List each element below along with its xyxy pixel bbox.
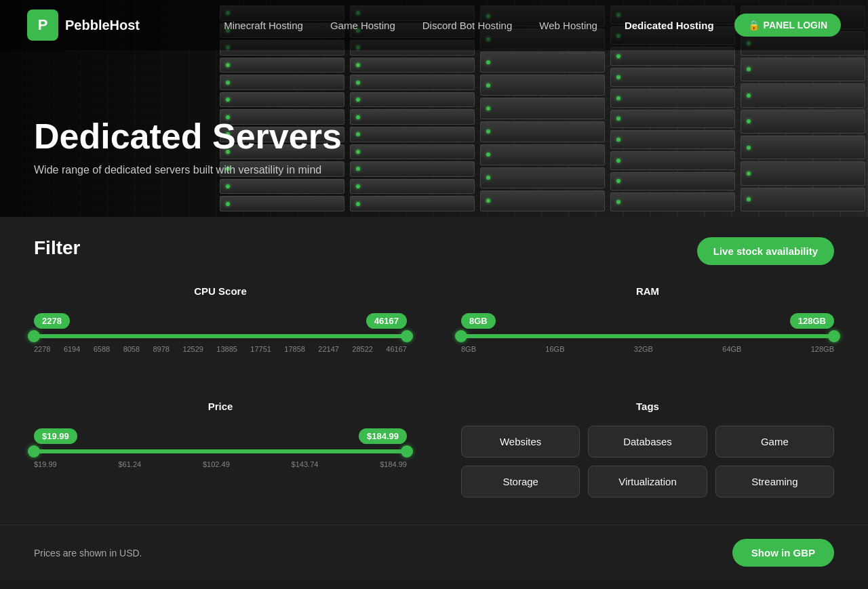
filter-grid: CPU Score 2278 46167 2278 6194 6588 8058	[34, 285, 834, 497]
cpu-max-badge: 46167	[366, 313, 407, 329]
ram-filter: RAM 8GB 128GB 8GB 16GB 32GB 64GB 1	[461, 285, 834, 373]
price-filter: Price $19.99 $184.99 $19.99 $61.24 $102.…	[34, 401, 407, 497]
tags-label: Tags	[461, 401, 834, 412]
price-tick-0: $19.99	[34, 460, 57, 468]
logo[interactable]: P PebbleHost	[27, 9, 140, 41]
ram-track-fill	[461, 334, 834, 338]
ram-label: RAM	[461, 285, 834, 297]
footer-bar: Prices are shown in USD. Show in GBP	[0, 525, 868, 580]
cpu-tick-7: 17751	[250, 345, 271, 353]
price-thumb-max[interactable]	[401, 445, 413, 458]
cpu-tick-1: 6194	[64, 345, 80, 353]
panel-login-button[interactable]: 🔒 PANEL LOGIN	[734, 14, 841, 37]
ram-slider: 8GB 128GB 8GB 16GB 32GB 64GB 128GB	[461, 306, 834, 373]
cpu-track-fill	[34, 334, 407, 338]
tag-databases[interactable]: Databases	[588, 426, 707, 458]
cpu-track[interactable]	[34, 334, 407, 338]
tag-game[interactable]: Game	[715, 426, 834, 458]
cpu-tick-labels: 2278 6194 6588 8058 8978 12529 13885 177…	[34, 345, 407, 353]
tag-streaming[interactable]: Streaming	[715, 466, 834, 497]
cpu-tick-5: 12529	[182, 345, 203, 353]
ram-tick-1: 16GB	[545, 345, 564, 353]
show-gbp-button[interactable]: Show in GBP	[732, 539, 834, 567]
nav-links: Minecraft Hosting Game Hosting Discord B…	[224, 20, 713, 31]
filter-section: Filter Live stock availability CPU Score…	[0, 217, 868, 525]
hero-subtitle: Wide range of dedicated servers built wi…	[34, 164, 342, 176]
footer-note: Prices are shown in USD.	[34, 548, 142, 558]
price-tick-labels: $19.99 $61.24 $102.49 $143.74 $184.99	[34, 460, 407, 468]
ram-max-badge: 128GB	[790, 313, 834, 329]
cpu-tick-3: 8058	[123, 345, 140, 353]
hero-content: Dedicated Servers Wide range of dedicate…	[34, 117, 342, 176]
price-tick-2: $102.49	[203, 460, 230, 468]
cpu-min-badge: 2278	[34, 313, 70, 329]
tag-virtualization[interactable]: Virtualization	[588, 466, 707, 497]
price-slider: $19.99 $184.99 $19.99 $61.24 $102.49 $14…	[34, 422, 407, 489]
nav-minecraft[interactable]: Minecraft Hosting	[224, 20, 303, 31]
cpu-tick-10: 28522	[352, 345, 373, 353]
price-label: Price	[34, 401, 407, 412]
ram-values: 8GB 128GB	[461, 313, 834, 329]
tags-filter: Tags Websites Databases Game Storage Vir…	[461, 401, 834, 497]
tags-grid: Websites Databases Game Storage Virtuali…	[461, 426, 834, 497]
price-min-badge: $19.99	[34, 428, 77, 444]
cpu-tick-2: 6588	[94, 345, 110, 353]
brand-name: PebbleHost	[65, 18, 140, 33]
filter-title: Filter	[34, 237, 80, 259]
nav-web[interactable]: Web Hosting	[539, 20, 597, 31]
cpu-values: 2278 46167	[34, 313, 407, 329]
cpu-label: CPU Score	[34, 285, 407, 297]
cpu-tick-8: 17858	[284, 345, 305, 353]
nav-discord[interactable]: Discord Bot Hosting	[422, 20, 513, 31]
cpu-tick-6: 13885	[216, 345, 237, 353]
ram-tick-labels: 8GB 16GB 32GB 64GB 128GB	[461, 345, 834, 353]
price-track[interactable]	[34, 449, 407, 453]
logo-icon: P	[27, 9, 58, 41]
price-tick-1: $61.24	[119, 460, 142, 468]
ram-tick-0: 8GB	[461, 345, 476, 353]
cpu-tick-9: 22147	[318, 345, 339, 353]
navbar: P PebbleHost Minecraft Hosting Game Host…	[0, 0, 868, 50]
lock-icon: 🔒	[748, 20, 760, 31]
cpu-thumb-max[interactable]	[401, 330, 413, 342]
ram-thumb-max[interactable]	[828, 330, 840, 342]
cpu-tick-4: 8978	[153, 345, 170, 353]
price-track-fill	[34, 449, 407, 453]
cpu-filter: CPU Score 2278 46167 2278 6194 6588 8058	[34, 285, 407, 373]
ram-thumb-min[interactable]	[455, 330, 467, 342]
ram-tick-3: 64GB	[722, 345, 741, 353]
cpu-tick-11: 46167	[386, 345, 407, 353]
live-stock-button[interactable]: Live stock availability	[697, 237, 834, 265]
ram-track[interactable]	[461, 334, 834, 338]
price-values: $19.99 $184.99	[34, 428, 407, 444]
ram-tick-4: 128GB	[811, 345, 834, 353]
ram-min-badge: 8GB	[461, 313, 496, 329]
nav-game[interactable]: Game Hosting	[330, 20, 395, 31]
cpu-thumb-min[interactable]	[28, 330, 40, 342]
price-tick-4: $184.99	[380, 460, 407, 468]
price-thumb-min[interactable]	[28, 445, 40, 458]
cpu-tick-0: 2278	[34, 345, 50, 353]
tag-websites[interactable]: Websites	[461, 426, 580, 458]
hero-title: Dedicated Servers	[34, 117, 342, 156]
tag-storage[interactable]: Storage	[461, 466, 580, 497]
cpu-slider: 2278 46167 2278 6194 6588 8058 8978 1252…	[34, 306, 407, 373]
filter-header: Filter Live stock availability	[34, 237, 834, 265]
price-tick-3: $143.74	[292, 460, 319, 468]
nav-dedicated[interactable]: Dedicated Hosting	[625, 20, 714, 31]
ram-tick-2: 32GB	[634, 345, 653, 353]
price-max-badge: $184.99	[359, 428, 407, 444]
